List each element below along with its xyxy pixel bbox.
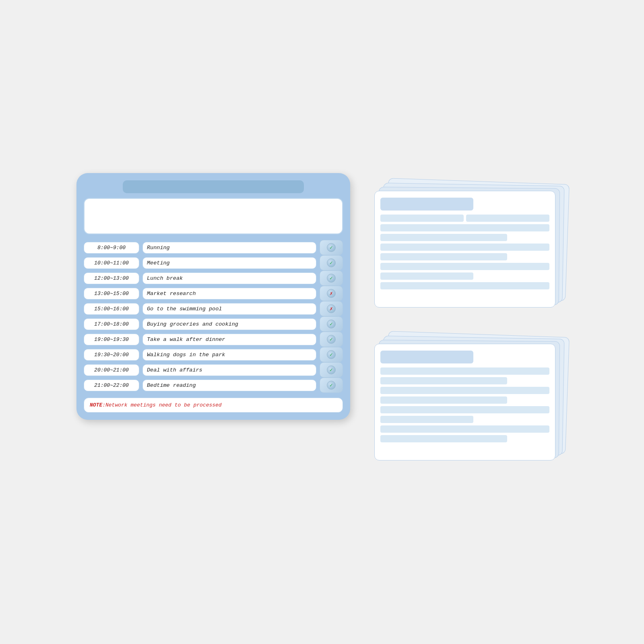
note-text: :Network meetings need to be processed [102,402,221,408]
right-panel [374,173,568,471]
task-cell-3: Market research [142,288,316,299]
time-cell-4: 15:00~16:00 [84,303,139,315]
card-line-3 [380,244,549,251]
check-icon: ✓ [330,244,333,251]
card-line-b5 [380,406,549,413]
task-cell-2: Lunch break [142,272,316,284]
toggle-btn-0[interactable]: ✓ [320,240,343,255]
toggle-knob-6: ✓ [327,335,336,344]
schedule-row-7: 19:30~20:00Walking dogs in the park✓ [84,347,343,362]
top-card-stack [374,181,568,318]
card-line-5 [380,263,549,270]
card-label-box-b [380,351,473,363]
schedule-row-9: 21:00~22:00Bedtime reading✓ [84,378,343,393]
card-line-b1 [380,367,549,375]
toggle-btn-3[interactable]: ✗ [320,286,343,301]
toggle-btn-6[interactable]: ✓ [320,332,343,347]
toggle-btn-8[interactable]: ✓ [320,362,343,378]
bottom-card-stack [374,334,568,471]
card-line-2 [380,234,507,241]
task-cell-5: Buying groceries and cooking [142,318,316,330]
card-line-b4 [380,396,507,404]
toggle-btn-7[interactable]: ✓ [320,347,343,362]
planner-device: 8:00~9:00Running✓10:00~11:00Meeting✓12:0… [76,173,350,420]
schedule-row-8: 20:00~21:00Deal with affairs✓ [84,362,343,378]
toggle-btn-5[interactable]: ✓ [320,316,343,332]
check-icon: ✓ [330,321,333,327]
card-content-bottom [375,344,555,460]
check-icon: ✓ [330,367,333,373]
toggle-knob-1: ✓ [327,258,336,267]
schedule-row-0: 8:00~9:00Running✓ [84,240,343,255]
toggle-knob-7: ✓ [327,350,336,359]
time-cell-9: 21:00~22:00 [84,380,139,391]
toggle-knob-2: ✓ [327,274,336,283]
note-box: NOTE:Network meetings need to be process… [84,398,343,413]
toggle-knob-9: ✓ [327,381,336,390]
toggle-btn-1[interactable]: ✓ [320,255,343,270]
card-col-line [380,215,464,222]
card-label-box [380,198,473,211]
check-icon: ✓ [330,382,333,388]
toggle-knob-8: ✓ [327,365,336,374]
time-cell-6: 19:00~19:30 [84,334,139,345]
card-line-1 [380,224,549,231]
time-cell-1: 10:00~11:00 [84,257,139,269]
task-cell-6: Take a walk after dinner [142,334,316,345]
toggle-knob-3: ✗ [327,289,336,298]
toggle-knob-4: ✗ [327,304,336,313]
check-icon: ✓ [330,260,333,266]
time-cell-8: 20:00~21:00 [84,364,139,376]
planner-top-bar [123,180,304,193]
card-content-top [375,191,555,307]
task-cell-8: Deal with affairs [142,364,316,376]
task-cell-4: Go to the swimming pool [142,303,316,315]
card-line-b6 [380,416,473,423]
stack-card-top-b [374,344,555,460]
schedule-row-1: 10:00~11:00Meeting✓ [84,255,343,270]
schedule-row-6: 19:00~19:30Take a walk after dinner✓ [84,332,343,347]
check-icon: ✓ [330,275,333,281]
card-line-b3 [380,387,549,394]
card-line-4 [380,253,507,260]
time-cell-2: 12:00~13:00 [84,272,139,284]
task-cell-1: Meeting [142,257,316,269]
card-line-b8 [380,435,507,442]
stack-card-top [374,191,555,308]
schedule-row-4: 15:00~16:00Go to the swimming pool✗ [84,301,343,316]
time-cell-5: 17:00~18:00 [84,318,139,330]
schedule-row-5: 17:00~18:00Buying groceries and cooking✓ [84,316,343,332]
schedule-row-3: 13:00~15:00Market research✗ [84,286,343,301]
card-line-7 [380,282,549,289]
toggle-btn-9[interactable]: ✓ [320,378,343,393]
schedule-row-2: 12:00~13:00Lunch break✓ [84,270,343,286]
toggle-knob-5: ✓ [327,320,336,328]
schedule-rows: 8:00~9:00Running✓10:00~11:00Meeting✓12:0… [84,240,343,393]
toggle-btn-4[interactable]: ✗ [320,301,343,316]
note-label: NOTE [90,402,102,408]
cross-icon: ✗ [330,290,333,297]
time-cell-3: 13:00~15:00 [84,288,139,299]
card-col-line [466,215,549,222]
card-line-6 [380,272,473,280]
task-cell-9: Bedtime reading [142,380,316,391]
planner-display [84,198,343,234]
task-cell-7: Walking dogs in the park [142,349,316,361]
time-cell-0: 8:00~9:00 [84,242,139,254]
check-icon: ✓ [330,336,333,343]
toggle-btn-2[interactable]: ✓ [320,270,343,286]
check-icon: ✓ [330,351,333,358]
task-cell-0: Running [142,242,316,254]
time-cell-7: 19:30~20:00 [84,349,139,361]
card-line-b2 [380,377,507,384]
toggle-knob-0: ✓ [327,243,336,252]
cross-icon: ✗ [330,305,333,312]
card-line-b7 [380,425,549,433]
main-container: 8:00~9:00Running✓10:00~11:00Meeting✓12:0… [60,157,584,487]
card-two-col-1 [380,215,549,222]
